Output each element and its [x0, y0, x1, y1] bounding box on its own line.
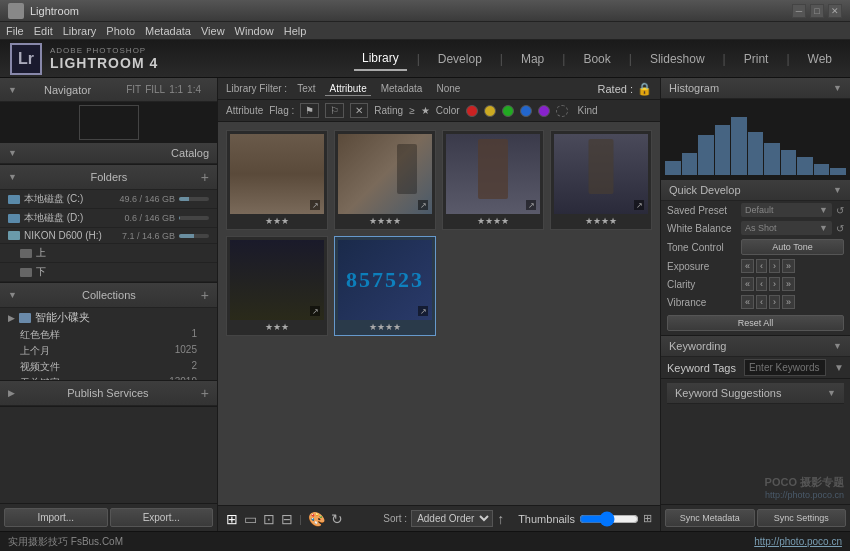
minimize-button[interactable]: ─ [792, 4, 806, 18]
color-red[interactable] [466, 105, 478, 117]
menu-edit[interactable]: Edit [34, 25, 53, 37]
keywording-header[interactable]: Keywording ▼ [661, 336, 850, 357]
collection-item[interactable]: 上个月 1025 [0, 343, 217, 359]
maximize-button[interactable]: □ [810, 4, 824, 18]
vibrance-down-small[interactable]: ‹ [756, 295, 767, 309]
clarity-down-small[interactable]: ‹ [756, 277, 767, 291]
menu-metadata[interactable]: Metadata [145, 25, 191, 37]
compare-view-button[interactable]: ⊡ [263, 511, 275, 527]
filter-attribute-button[interactable]: Attribute [325, 82, 370, 96]
tab-slideshow[interactable]: Slideshow [642, 48, 713, 70]
thumbnails-size-slider[interactable] [579, 514, 639, 524]
exposure-down-small[interactable]: ‹ [756, 259, 767, 273]
folders-header[interactable]: ▼ Folders + [0, 165, 217, 190]
adobe-label: ADOBE PHOTOSHOP [50, 46, 158, 55]
publish-add-icon[interactable]: + [201, 385, 209, 401]
wb-reset-icon[interactable]: ↺ [836, 223, 844, 234]
menu-library[interactable]: Library [63, 25, 97, 37]
tab-map[interactable]: Map [513, 48, 552, 70]
filter-metadata-button[interactable]: Metadata [377, 82, 427, 95]
spray-can-button[interactable]: 🎨 [308, 511, 325, 527]
status-url-link[interactable]: http://photo.poco.cn [754, 536, 842, 547]
menu-photo[interactable]: Photo [106, 25, 135, 37]
export-button[interactable]: Export... [110, 508, 214, 527]
color-blue[interactable] [520, 105, 532, 117]
tab-print[interactable]: Print [736, 48, 777, 70]
filter-none-button[interactable]: None [432, 82, 464, 95]
auto-tone-button[interactable]: Auto Tone [741, 239, 844, 255]
color-purple[interactable] [538, 105, 550, 117]
nav-fill[interactable]: FILL [145, 84, 165, 95]
expand-icon[interactable]: ⊞ [643, 512, 652, 525]
vibrance-up-small[interactable]: › [769, 295, 780, 309]
keyword-tags-input[interactable] [744, 359, 826, 376]
folder-item[interactable]: NIKON D600 (H:) 7.1 / 14.6 GB [0, 228, 217, 244]
sync-metadata-button[interactable]: Sync Metadata [665, 509, 755, 527]
close-button[interactable]: ✕ [828, 4, 842, 18]
tab-book[interactable]: Book [575, 48, 618, 70]
rotate-button[interactable]: ↻ [331, 511, 343, 527]
publish-services-header[interactable]: ▶ Publish Services + [0, 381, 217, 406]
color-none[interactable] [556, 105, 568, 117]
histogram-header[interactable]: Histogram ▼ [661, 78, 850, 99]
nav-1-4[interactable]: 1:4 [187, 84, 201, 95]
collection-item[interactable]: 视频文件 2 [0, 359, 217, 375]
sort-select[interactable]: Added Order [411, 510, 493, 527]
thumbnail-2[interactable]: ↗ ★★★★ [334, 130, 436, 230]
clarity-down-large[interactable]: « [741, 277, 754, 291]
folders-add-icon[interactable]: + [201, 169, 209, 185]
color-green[interactable] [502, 105, 514, 117]
catalog-header[interactable]: ▼ Catalog [0, 143, 217, 164]
nav-fit[interactable]: FIT [126, 84, 141, 95]
folder-item[interactable]: 本地磁盘 (D:) 0.6 / 146 GB [0, 209, 217, 228]
collection-group[interactable]: ▶ 智能小碟夹 [0, 308, 217, 327]
loupe-view-button[interactable]: ▭ [244, 511, 257, 527]
folder-info-text: 49.6 / 146 GB [119, 194, 175, 204]
navigator-header[interactable]: ▼ Navigator FIT FILL 1:1 1:4 [0, 78, 217, 102]
keyword-suggestions-header[interactable]: Keyword Suggestions ▼ [667, 383, 844, 404]
thumbnail-3[interactable]: ↗ ★★★★ [442, 130, 544, 230]
tab-library[interactable]: Library [354, 47, 407, 71]
quick-develop-header[interactable]: Quick Develop ▼ [661, 180, 850, 201]
clarity-up-large[interactable]: » [782, 277, 795, 291]
collection-item[interactable]: 红色色样 1 [0, 327, 217, 343]
flag-any-button[interactable]: ⚑ [300, 103, 319, 118]
reset-all-button[interactable]: Reset All [667, 315, 844, 331]
thumbnail-6[interactable]: 857523 ↗ ★★★★ [334, 236, 436, 336]
vibrance-up-large[interactable]: » [782, 295, 795, 309]
tab-web[interactable]: Web [800, 48, 840, 70]
color-yellow[interactable] [484, 105, 496, 117]
rating-star[interactable]: ★ [421, 105, 430, 116]
sync-settings-button[interactable]: Sync Settings [757, 509, 847, 527]
flag-rejected-button[interactable]: ✕ [350, 103, 368, 118]
folder-item[interactable]: 上 [0, 244, 217, 263]
collections-add-icon[interactable]: + [201, 287, 209, 303]
thumbnail-5[interactable]: ↗ ★★★ [226, 236, 328, 336]
menu-file[interactable]: File [6, 25, 24, 37]
menu-view[interactable]: View [201, 25, 225, 37]
exposure-up-large[interactable]: » [782, 259, 795, 273]
import-button[interactable]: Import... [4, 508, 108, 527]
thumbnail-4[interactable]: ↗ ★★★★ [550, 130, 652, 230]
clarity-up-small[interactable]: › [769, 277, 780, 291]
menu-window[interactable]: Window [235, 25, 274, 37]
sort-direction-button[interactable]: ↑ [497, 511, 504, 527]
keyword-settings-icon[interactable]: ▼ [834, 362, 844, 373]
white-balance-control[interactable]: As Shot ▼ [741, 221, 832, 235]
collections-header[interactable]: ▼ Collections + [0, 283, 217, 308]
exposure-down-large[interactable]: « [741, 259, 754, 273]
nav-1-1[interactable]: 1:1 [169, 84, 183, 95]
tab-develop[interactable]: Develop [430, 48, 490, 70]
grid-view-button[interactable]: ⊞ [226, 511, 238, 527]
saved-preset-control[interactable]: Default ▼ [741, 203, 832, 217]
filter-text-button[interactable]: Text [293, 82, 319, 95]
flag-flagged-button[interactable]: ⚐ [325, 103, 344, 118]
qd-reset-icon[interactable]: ↺ [836, 205, 844, 216]
folder-item[interactable]: 本地磁盘 (C:) 49.6 / 146 GB [0, 190, 217, 209]
survey-view-button[interactable]: ⊟ [281, 511, 293, 527]
thumbnail-1[interactable]: ↗ ★★★ [226, 130, 328, 230]
vibrance-down-large[interactable]: « [741, 295, 754, 309]
exposure-up-small[interactable]: › [769, 259, 780, 273]
folder-item[interactable]: 下 [0, 263, 217, 282]
menu-help[interactable]: Help [284, 25, 307, 37]
